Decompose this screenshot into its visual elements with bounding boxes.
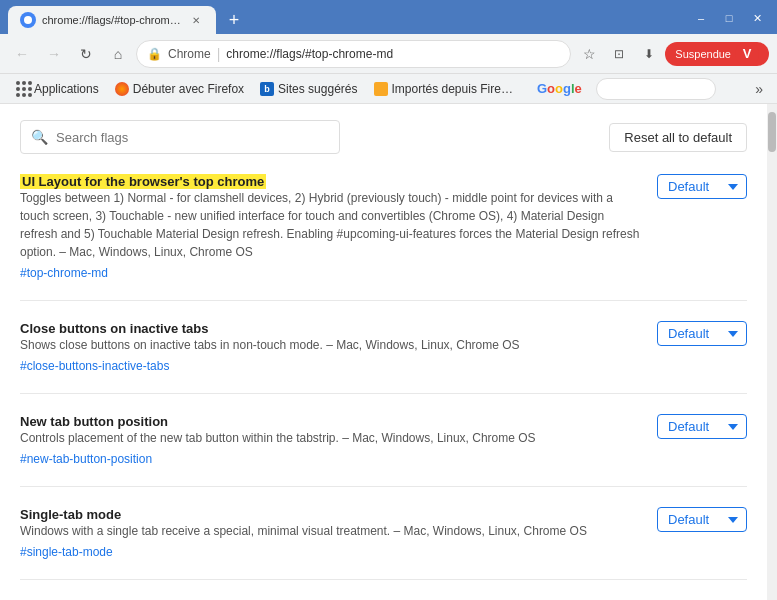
address-separator: | [217,46,221,62]
bookmark-firefox-label: Débuter avec Firefox [133,82,244,96]
firefox-icon [115,82,129,96]
flag-anchor[interactable]: #top-chrome-md [20,266,108,280]
scrollbar-track[interactable] [767,104,777,600]
bookmark-sites-label: Sites suggérés [278,82,357,96]
address-url-text: chrome://flags/#top-chrome-md [226,47,393,61]
reset-all-button[interactable]: Reset all to default [609,123,747,152]
tab-title: chrome://flags/#top-chrome-md [42,14,182,26]
title-bar: chrome://flags/#top-chrome-md ✕ + – □ ✕ [0,0,777,34]
flag-description: Toggles between 1) Normal - for clamshel… [20,189,641,261]
search-flags-input[interactable] [56,130,329,145]
flag-item: Single-tab mode Windows with a single ta… [20,507,747,580]
bookmark-firefox[interactable]: Débuter avec Firefox [109,80,250,98]
flag-content: Close buttons on inactive tabs Shows clo… [20,321,641,373]
apps-button[interactable]: Applications [10,79,105,99]
flag-description: Controls placement of the new tab button… [20,429,641,447]
flag-content: UI Layout for the browser's top chrome T… [20,174,641,280]
cast-icon[interactable]: ⊡ [605,40,633,68]
back-button[interactable]: ← [8,40,36,68]
tab-favicon [20,12,36,28]
flag-content: New tab button position Controls placeme… [20,414,641,466]
bookmark-blue-icon: b [260,82,274,96]
nav-right-icons: ☆ ⊡ ⬇ Suspendue V [575,40,769,68]
apps-grid-icon [16,81,30,97]
active-tab[interactable]: chrome://flags/#top-chrome-md ✕ [8,6,216,34]
flag-item: Close buttons on inactive tabs Shows clo… [20,321,747,394]
flag-title: New tab button position [20,414,168,429]
download-icon[interactable]: ⬇ [635,40,663,68]
bookmark-imported-label: Importés depuis Fire… [392,82,513,96]
flag-control[interactable]: DefaultEnabledDisabled [657,507,747,532]
forward-button[interactable]: → [40,40,68,68]
content-area: 🔍 Reset all to default UI Layout for the… [0,104,767,600]
reload-button[interactable]: ↻ [72,40,100,68]
flag-control[interactable]: DefaultEnabledDisabled [657,414,747,439]
apps-label: Applications [34,82,99,96]
minimize-button[interactable]: – [689,6,713,30]
flag-select[interactable]: DefaultEnabledDisabled [657,507,747,532]
scrollbar-thumb[interactable] [768,112,776,152]
home-button[interactable]: ⌂ [104,40,132,68]
search-flags-container[interactable]: 🔍 [20,120,340,154]
suspend-button[interactable]: Suspendue V [665,42,769,66]
tab-close-button[interactable]: ✕ [188,12,204,28]
address-bar[interactable]: 🔒 Chrome | chrome://flags/#top-chrome-md [136,40,571,68]
flag-select[interactable]: DefaultEnabledDisabled [657,414,747,439]
flag-control[interactable]: DefaultEnabledDisabled [657,174,747,199]
search-icon: 🔍 [31,129,48,145]
user-avatar: V [735,42,759,66]
bookmark-google[interactable]: Google [531,79,588,98]
address-chrome-label: Chrome [168,47,211,61]
flag-select[interactable]: DefaultEnabledDisabled [657,174,747,199]
flag-anchor[interactable]: #close-buttons-inactive-tabs [20,359,169,373]
main-content: 🔍 Reset all to default UI Layout for the… [0,104,777,600]
bookmark-sites[interactable]: b Sites suggérés [254,80,363,98]
flag-description: Windows with a single tab receive a spec… [20,522,641,540]
bookmark-icon[interactable]: ☆ [575,40,603,68]
flags-list: UI Layout for the browser's top chrome T… [20,174,747,600]
flag-description: Shows close buttons on inactive tabs in … [20,336,641,354]
suspend-label: Suspendue [675,48,731,60]
nav-bar: ← → ↻ ⌂ 🔒 Chrome | chrome://flags/#top-c… [0,34,777,74]
flag-content: Single-tab mode Windows with a single ta… [20,507,641,559]
bookmark-yellow-icon [374,82,388,96]
search-bar-row: 🔍 Reset all to default [20,120,747,154]
flag-title: UI Layout for the browser's top chrome [20,174,266,189]
google-icon: Google [537,81,582,96]
google-search-input[interactable] [596,78,716,100]
window-controls: – □ ✕ [689,6,769,30]
flag-anchor[interactable]: #single-tab-mode [20,545,113,559]
flag-control[interactable]: DefaultEnabledDisabled [657,321,747,346]
close-button[interactable]: ✕ [745,6,769,30]
flag-select[interactable]: DefaultEnabledDisabled [657,321,747,346]
flag-item: New tab button position Controls placeme… [20,414,747,487]
new-tab-button[interactable]: + [220,6,248,34]
maximize-button[interactable]: □ [717,6,741,30]
address-lock-icon: 🔒 [147,47,162,61]
flag-anchor[interactable]: #new-tab-button-position [20,452,152,466]
bookmarks-bar: Applications Débuter avec Firefox b Site… [0,74,777,104]
flag-title: Close buttons on inactive tabs [20,321,209,336]
bookmark-imported[interactable]: Importés depuis Fire… [368,80,519,98]
flag-item: UI Layout for the browser's top chrome T… [20,174,747,301]
more-bookmarks-button[interactable]: » [751,79,767,99]
flag-title: Single-tab mode [20,507,121,522]
